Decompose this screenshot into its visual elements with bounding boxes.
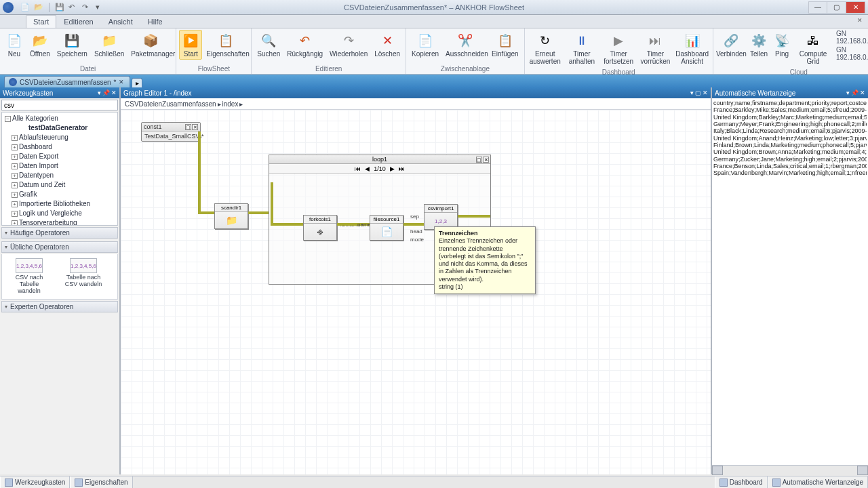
panel-pin-icon[interactable]: 📌 — [102, 89, 110, 96]
doc-tab-close[interactable]: ✕ — [119, 79, 125, 85]
tree-item[interactable]: +Ablaufsteuerung — [3, 133, 116, 142]
cloud-ip-1[interactable]: GN 192.168.0.35 — [836, 30, 868, 45]
tree-item[interactable]: +Importierte Bibliotheken — [3, 199, 116, 209]
btab-wertanzeige[interactable]: Automatische Wertanzeige — [768, 476, 868, 488]
tree-item[interactable]: +Daten Export — [3, 152, 116, 161]
tree-item[interactable]: +Tensorverarbeitung — [3, 218, 116, 226]
search-input[interactable] — [1, 100, 118, 110]
btn-oeffnen[interactable]: 📂Öffnen — [27, 30, 53, 60]
qat-new-icon[interactable]: 📄 — [20, 3, 30, 12]
panel-close-icon[interactable]: ✕ — [703, 89, 708, 96]
btn-neu[interactable]: 📄Neu — [3, 30, 26, 60]
tab-editieren[interactable]: Editieren — [56, 15, 100, 28]
btn-kopieren[interactable]: 📄Kopieren — [409, 30, 441, 60]
maximize-button[interactable]: ▢ — [827, 1, 846, 14]
panel-close-icon[interactable]: ✕ — [860, 89, 865, 96]
expand-icon[interactable]: + — [12, 201, 18, 207]
tree-item[interactable]: +testDataGenerator — [3, 123, 116, 133]
node-scandir1[interactable]: scandir1 📁 — [214, 203, 248, 229]
loop-next-icon[interactable]: ▶ — [390, 165, 395, 172]
value-display[interactable]: country;name;firstname;department;priori… — [712, 98, 868, 465]
accordion-uebliche[interactable]: Übliche Operatoren — [1, 241, 118, 253]
btn-timer-anhalten[interactable]: ⏸Timer anhalten — [564, 30, 599, 67]
graph-canvas[interactable]: const1▢✕ TestData_SmallCSV\* scandir1 📁 … — [121, 110, 711, 474]
accordion-experten[interactable]: Experten Operatoren — [1, 301, 118, 312]
node-const1[interactable]: const1▢✕ TestData_SmallCSV\* — [141, 122, 201, 142]
tree-item[interactable]: +Grafik — [3, 190, 116, 199]
op-table-to-csv[interactable]: 1,2,3,4,5,6 Tabelle nach CSV wandeln — [63, 258, 104, 295]
qat-undo-icon[interactable]: ↶ — [68, 3, 78, 12]
close-button[interactable]: ✕ — [846, 1, 865, 14]
btn-timer-vorruecken[interactable]: ⏭Timer vorrücken — [637, 30, 673, 67]
node-forkcols1[interactable]: forkcols1 ⎆ — [303, 215, 337, 241]
btn-compute-grid[interactable]: 🖧Compute Grid — [794, 30, 832, 67]
tree-item[interactable]: +Datentypen — [3, 171, 116, 180]
breadcrumb-item[interactable]: index — [222, 100, 239, 108]
expand-icon[interactable]: + — [12, 182, 18, 188]
btn-paketmanager[interactable]: 📦Paketmanager — [128, 30, 173, 60]
btn-timer-fortsetzen[interactable]: ▶Timer fortsetzen — [601, 30, 636, 67]
btn-ping[interactable]: 📡Ping — [771, 30, 793, 60]
category-tree[interactable]: −Alle Kategorien +testDataGenerator+Abla… — [1, 112, 118, 226]
expand-icon[interactable]: + — [12, 144, 18, 150]
node-close-icon[interactable]: ✕ — [483, 157, 489, 163]
breadcrumb-item[interactable]: CSVDateienZusammenfassen — [125, 100, 216, 108]
expand-icon[interactable]: + — [12, 135, 18, 141]
expand-icon[interactable]: + — [12, 154, 18, 160]
btn-wiederholen[interactable]: ↷Wiederholen — [327, 30, 370, 60]
panel-close-icon[interactable]: ✕ — [111, 89, 117, 96]
accordion-haeufige[interactable]: Häufige Operatoren — [1, 227, 118, 239]
expand-icon[interactable]: + — [12, 220, 18, 226]
loop-prev-icon[interactable]: ◀ — [365, 165, 370, 172]
btn-rueckgaengig[interactable]: ↶Rückgängig — [284, 30, 326, 60]
expand-icon[interactable]: + — [12, 192, 18, 198]
btn-start[interactable]: ▶️Start — [179, 30, 202, 60]
btn-einfuegen[interactable]: 📋Einfügen — [489, 30, 521, 60]
btn-teilen[interactable]: ⚙️Teilen — [748, 30, 770, 60]
btn-speichern[interactable]: 💾Speichern — [54, 30, 90, 60]
doc-tab-add[interactable]: ▸ — [132, 78, 142, 87]
btn-dashboard-ansicht[interactable]: 📊Dashboard Ansicht — [675, 30, 710, 67]
qat-open-icon[interactable]: 📂 — [34, 3, 43, 12]
btn-loeschen[interactable]: ✕Löschen — [372, 30, 403, 60]
btn-suchen[interactable]: 🔍Suchen — [254, 30, 283, 60]
tab-hilfe[interactable]: Hilfe — [140, 15, 170, 28]
panel-dropdown-icon[interactable]: ▾ — [690, 89, 694, 96]
tree-item[interactable]: +Datum und Zeit — [3, 180, 116, 190]
tree-item[interactable]: +Daten Import — [3, 161, 116, 171]
node-max-icon[interactable]: ▢ — [185, 124, 191, 130]
tree-item[interactable]: +Logik und Vergleiche — [3, 209, 116, 218]
tree-root[interactable]: −Alle Kategorien — [3, 114, 116, 123]
qat-redo-icon[interactable]: ↷ — [82, 3, 92, 12]
tab-start[interactable]: Start — [26, 15, 56, 28]
tree-item[interactable]: +Dashboard — [3, 142, 116, 152]
btn-eigenschaften[interactable]: 📋Eigenschaften — [203, 30, 248, 60]
document-tab[interactable]: CSVDateienZusammenfassen* ✕ — [4, 76, 130, 87]
node-close-icon[interactable]: ✕ — [192, 124, 198, 130]
expand-icon[interactable]: − — [5, 116, 11, 122]
expand-icon[interactable]: + — [12, 163, 18, 169]
loop-first-icon[interactable]: ⏮ — [355, 165, 361, 172]
tab-ansicht[interactable]: Ansicht — [101, 15, 140, 28]
panel-pin-icon[interactable]: 📌 — [851, 89, 859, 96]
panel-dropdown-icon[interactable]: ▾ — [98, 89, 101, 96]
qat-save-icon[interactable]: 💾 — [55, 3, 64, 12]
minimize-button[interactable]: — — [808, 1, 827, 14]
qat-more-icon[interactable]: ▾ — [96, 3, 105, 12]
btn-schliessen[interactable]: 📁Schließen — [92, 30, 127, 60]
horizontal-scrollbar[interactable] — [712, 465, 868, 474]
btab-dashboard[interactable]: Dashboard — [715, 476, 768, 488]
btn-verbinden[interactable]: 🔗Verbinden — [716, 30, 747, 60]
node-filesource1[interactable]: filesource1 📄 — [370, 215, 403, 241]
panel-max-icon[interactable]: ▢ — [695, 89, 701, 96]
op-csv-to-table[interactable]: 1,2,3,4,5,6 CSV nach Tabelle wandeln — [9, 258, 50, 295]
node-max-icon[interactable]: ▢ — [476, 157, 482, 163]
panel-dropdown-icon[interactable]: ▾ — [846, 89, 850, 96]
btab-werkzeugkasten[interactable]: Werkzeugkasten — [0, 476, 70, 488]
cloud-ip-2[interactable]: GN 192.168.0.26 — [836, 46, 868, 61]
loop-last-icon[interactable]: ⏭ — [399, 165, 405, 172]
expand-icon[interactable]: + — [12, 211, 18, 217]
btn-erneut[interactable]: ↻Erneut auswerten — [528, 30, 563, 67]
btn-ausschneiden[interactable]: ✂️Ausschneiden — [443, 30, 488, 60]
expand-icon[interactable]: + — [12, 173, 18, 179]
